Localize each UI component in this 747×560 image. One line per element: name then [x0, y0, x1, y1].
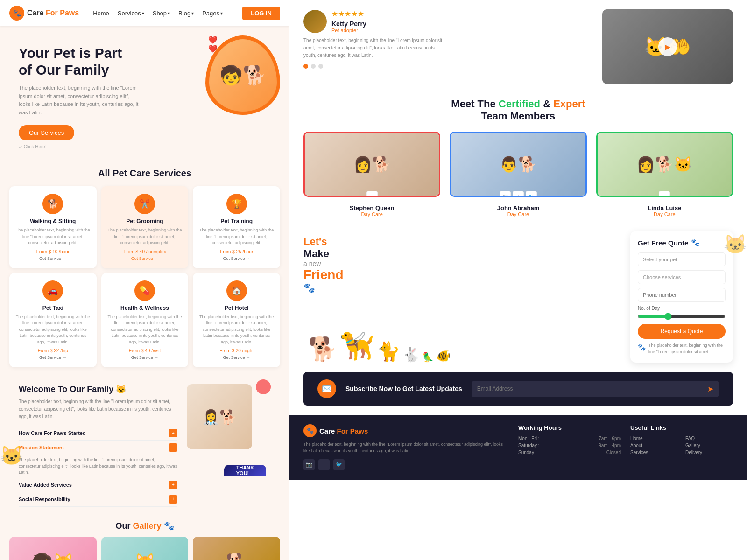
service-icon-grooming: ✂️ — [134, 194, 155, 214]
footer-links-grid: Home FAQ About Gallery Services Delivery — [630, 436, 733, 455]
nav-services[interactable]: Services ▾ — [118, 10, 144, 17]
accordion-label-mission: Mission Statement — [19, 445, 64, 450]
accordion-icon-value[interactable]: + — [169, 481, 177, 489]
team-card-john: 👨🐕 📷 f 🐦 John Abraham Day Care — [450, 132, 586, 217]
nav-links: Home Services ▾ Shop ▾ Blog ▾ Pages ▾ — [93, 10, 242, 17]
footer-facebook-icon[interactable]: f — [318, 459, 330, 470]
accordion-item-started[interactable]: How Care For Paws Started + — [19, 426, 177, 441]
dot-3[interactable] — [318, 64, 323, 69]
services-section: All Pet Care Services 🐕 Walking & Sittin… — [0, 168, 289, 375]
testimonial-dots — [303, 64, 593, 69]
accordion-item-value[interactable]: Value Added Services + — [19, 478, 177, 492]
team-image-linda: 👩🐕🐱 ↗ — [596, 132, 733, 197]
footer-link-home[interactable]: Home — [630, 436, 678, 441]
nav-home[interactable]: Home — [93, 10, 109, 17]
our-services-button[interactable]: Our Services — [19, 125, 74, 140]
footer-link-about[interactable]: About — [630, 443, 678, 448]
team-name-stephen: Stephen Queen — [303, 204, 440, 211]
login-button[interactable]: LOG IN — [242, 7, 280, 20]
choose-services-dropdown[interactable]: Choose services Walking Grooming — [638, 270, 726, 284]
phone-input[interactable] — [638, 288, 726, 302]
team-role-john: Day Care — [450, 211, 586, 217]
service-card-walking: 🐕 Walking & Sitting The placeholder text… — [9, 186, 97, 268]
service-price-training: From $ 25 /hour — [198, 249, 275, 254]
service-desc-grooming: The placeholder text, beginning with the… — [107, 227, 183, 246]
footer-instagram-icon[interactable]: 📷 — [303, 459, 315, 470]
service-name-hotel: Pet Hotel — [198, 305, 275, 311]
dot-1[interactable] — [303, 64, 308, 69]
footer-logo-icon: 🐾 — [303, 424, 317, 437]
footer-link-faq[interactable]: FAQ — [685, 436, 733, 441]
service-card-health: 💊 Health & Wellness The placeholder text… — [101, 273, 189, 368]
team-image-john: 👨🐕 📷 f 🐦 — [450, 132, 586, 197]
team-role-linda: Day Care — [596, 211, 733, 217]
service-name-grooming: Pet Grooming — [107, 218, 183, 224]
footer: 🐾 Care For Paws The placeholder text, be… — [289, 415, 747, 480]
quote-paw-icon: 🐾 — [691, 238, 700, 247]
cat-icon: 🐈 — [377, 341, 400, 363]
footer-useful-links: Useful Links Home FAQ About Gallery Serv… — [630, 424, 733, 470]
footer-logo: 🐾 Care For Paws — [303, 424, 509, 437]
accordion-content-mission: The placeholder text, beginning with the… — [19, 455, 177, 478]
footer-social-links: 📷 f 🐦 — [303, 459, 509, 470]
services-grid: 🐕 Walking & Sitting The placeholder text… — [0, 186, 289, 375]
service-name-walking: Walking & Sitting — [15, 218, 91, 224]
footer-hours-title: Working Hours — [518, 424, 621, 431]
service-link-health[interactable]: Get Service → — [107, 355, 183, 360]
share-icon-stephen[interactable]: ↗ — [366, 191, 378, 197]
service-link-taxi[interactable]: Get Service → — [15, 355, 91, 360]
navbar: 🐾 Care For Paws Home Services ▾ Shop ▾ B… — [0, 0, 289, 26]
video-play-button[interactable]: ▶ — [658, 37, 677, 56]
accordion-item-social[interactable]: Social Responsibility + — [19, 492, 177, 507]
request-quote-button[interactable]: Request a Quote — [638, 324, 726, 339]
testimonial-video[interactable]: 🐱🤲 ▶ — [602, 9, 733, 84]
team-card-stephen: 👩🐕 ↗ Stephen Queen Day Care — [303, 132, 440, 217]
welcome-section: Welcome To Our Family 🐱 The placeholder … — [0, 375, 289, 516]
newsletter-email-input[interactable] — [477, 385, 704, 392]
facebook-icon-john[interactable]: f — [513, 191, 524, 197]
accordion-item-mission[interactable]: Mission Statement − — [19, 441, 177, 455]
service-name-training: Pet Training — [198, 218, 275, 224]
footer-link-gallery[interactable]: Gallery — [685, 443, 733, 448]
nav-shop[interactable]: Shop ▾ — [153, 10, 170, 17]
service-card-training: 🏆 Pet Training The placeholder text, beg… — [193, 186, 280, 268]
footer-link-services[interactable]: Services — [630, 450, 678, 455]
nav-blog[interactable]: Blog ▾ — [178, 10, 194, 17]
quote-note: 🐾 The placeholder text, beginning with t… — [638, 343, 726, 355]
days-slider[interactable] — [638, 313, 726, 320]
team-title: Meet The Certified & ExpertTeam Members — [303, 98, 733, 122]
service-name-health: Health & Wellness — [107, 305, 183, 311]
quote-form: Get Free Quote 🐾 Select your pet Dog Cat… — [630, 231, 733, 363]
service-link-hotel[interactable]: Get Service → — [198, 355, 275, 360]
footer-link-delivery[interactable]: Delivery — [685, 450, 733, 455]
reviewer-stars: ★★★★★ — [331, 9, 366, 18]
newsletter-input-wrap: ➤ — [472, 381, 719, 397]
friend-text-main: Friend — [303, 267, 621, 282]
service-icon-walking: 🐕 — [42, 194, 63, 214]
gallery-item-1: 🧒🐱 — [9, 537, 97, 560]
make-text: Make — [303, 248, 621, 260]
select-pet-dropdown[interactable]: Select your pet Dog Cat Bird — [638, 252, 726, 266]
lets-text: Let's — [303, 236, 621, 248]
service-link-grooming[interactable]: Get Service → — [107, 256, 183, 261]
service-link-walking[interactable]: Get Service → — [15, 256, 91, 261]
instagram-icon-john[interactable]: 📷 — [500, 191, 511, 197]
newsletter-send-icon[interactable]: ➤ — [707, 385, 713, 393]
accordion-icon-started[interactable]: + — [169, 429, 177, 437]
team-grid: 👩🐕 ↗ Stephen Queen Day Care 👨🐕 📷 f 🐦 — [303, 132, 733, 217]
testimonial-section: ★★★★★ Ketty Perry Pet adopter The placeh… — [289, 0, 747, 84]
nav-pages[interactable]: Pages ▾ — [202, 10, 223, 17]
service-price-walking: From $ 10 /hour — [15, 249, 91, 254]
welcome-image-card: THANKYOU! — [224, 465, 266, 507]
dot-2[interactable] — [311, 64, 316, 69]
accordion-icon-social[interactable]: + — [169, 495, 177, 504]
welcome-images: 👩‍⚕️🐕 THANKYOU! — [187, 384, 271, 507]
footer-twitter-icon[interactable]: 🐦 — [333, 459, 345, 470]
reviewer-avatar — [303, 10, 327, 33]
twitter-icon-john[interactable]: 🐦 — [526, 191, 537, 197]
share-icon-linda[interactable]: ↗ — [659, 191, 670, 197]
newsletter-title: Subscribe Now to Get Latest Updates — [345, 385, 462, 392]
accordion-icon-mission[interactable]: − — [169, 443, 177, 452]
service-link-training[interactable]: Get Service → — [198, 256, 275, 261]
team-name-john: John Abraham — [450, 204, 586, 211]
